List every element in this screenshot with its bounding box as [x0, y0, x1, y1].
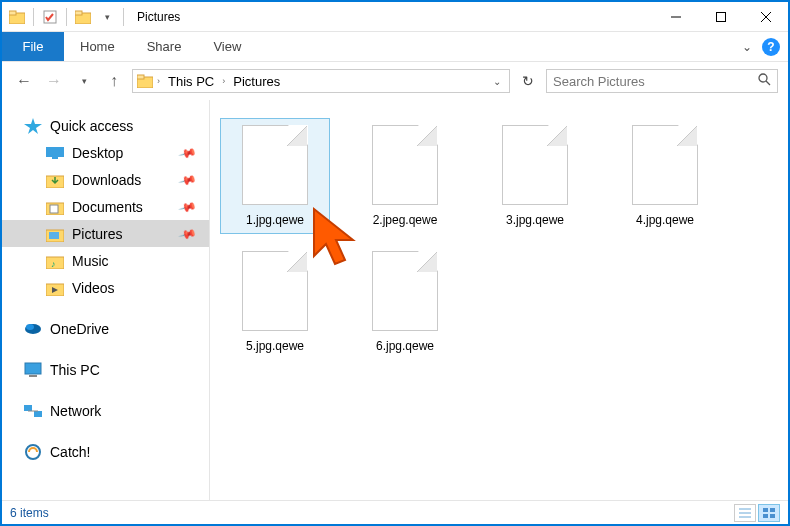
music-icon: ♪ [46, 253, 64, 269]
file-item[interactable]: 4.jpg.qewe [610, 118, 720, 234]
status-bar: 6 items [2, 500, 788, 524]
navbar: ← → ▾ ↑ › This PC › Pictures ⌄ ↻ Search … [2, 62, 788, 100]
pin-icon: 📌 [178, 170, 198, 190]
sidebar-item-label: Catch! [50, 444, 90, 460]
sidebar-item-videos[interactable]: Videos [2, 274, 209, 301]
svg-rect-18 [50, 205, 58, 213]
file-item[interactable]: 5.jpg.qewe [220, 244, 330, 360]
file-pane[interactable]: 1.jpg.qewe 2.jpeg.qewe 3.jpg.qewe 4.jpg.… [210, 100, 788, 502]
svg-point-26 [26, 324, 34, 330]
sidebar-item-label: Desktop [72, 145, 123, 161]
address-dropdown-icon[interactable]: ⌄ [489, 76, 505, 87]
file-item[interactable]: 2.jpeg.qewe [350, 118, 460, 234]
view-details-button[interactable] [734, 504, 756, 522]
file-item[interactable]: 6.jpg.qewe [350, 244, 460, 360]
svg-rect-28 [29, 375, 37, 377]
maximize-button[interactable] [698, 2, 743, 32]
breadcrumb-pictures[interactable]: Pictures [229, 74, 284, 89]
up-button[interactable]: ↑ [102, 69, 126, 93]
sidebar-item-label: Downloads [72, 172, 141, 188]
sidebar-item-label: Pictures [72, 226, 123, 242]
sidebar-item-label: Videos [72, 280, 115, 296]
svg-rect-1 [9, 11, 16, 15]
close-button[interactable] [743, 2, 788, 32]
file-item[interactable]: 1.jpg.qewe [220, 118, 330, 234]
file-name: 6.jpg.qewe [376, 339, 434, 353]
tab-share[interactable]: Share [131, 32, 198, 61]
quick-access-toolbar: ▾ [2, 6, 131, 28]
svg-rect-20 [49, 232, 59, 239]
sidebar-catch[interactable]: Catch! [2, 438, 209, 465]
tab-view[interactable]: View [197, 32, 257, 61]
file-item[interactable]: 3.jpg.qewe [480, 118, 590, 234]
svg-line-12 [766, 81, 770, 85]
sidebar-quick-access[interactable]: Quick access [2, 112, 209, 139]
svg-rect-14 [46, 147, 64, 157]
ribbon-collapse-icon[interactable]: ⌄ [742, 40, 752, 54]
desktop-icon [46, 145, 64, 161]
tab-home[interactable]: Home [64, 32, 131, 61]
search-input[interactable]: Search Pictures [546, 69, 778, 93]
search-placeholder: Search Pictures [553, 74, 645, 89]
sidebar: Quick access Desktop 📌 Downloads 📌 Docum… [2, 100, 210, 502]
svg-rect-36 [763, 508, 768, 512]
view-large-icons-button[interactable] [758, 504, 780, 522]
chevron-right-icon[interactable]: › [220, 76, 227, 86]
svg-rect-6 [716, 12, 725, 21]
status-count: 6 items [10, 506, 49, 520]
sidebar-item-label: Music [72, 253, 109, 269]
svg-rect-4 [75, 11, 82, 15]
properties-icon[interactable] [39, 6, 61, 28]
refresh-button[interactable]: ↻ [516, 69, 540, 93]
sidebar-item-music[interactable]: ♪ Music [2, 247, 209, 274]
svg-rect-30 [34, 411, 42, 417]
file-name: 4.jpg.qewe [636, 213, 694, 227]
sidebar-item-label: This PC [50, 362, 100, 378]
file-icon [242, 125, 308, 205]
file-icon [242, 251, 308, 331]
star-icon [24, 118, 42, 134]
window-controls [653, 2, 788, 32]
file-tab[interactable]: File [2, 32, 64, 61]
recent-dropdown-icon[interactable]: ▾ [72, 69, 96, 93]
address-bar[interactable]: › This PC › Pictures ⌄ [132, 69, 510, 93]
help-icon[interactable]: ? [762, 38, 780, 56]
sidebar-quick-access-label: Quick access [50, 118, 133, 134]
breadcrumb-thispc[interactable]: This PC [164, 74, 218, 89]
sidebar-network[interactable]: Network [2, 397, 209, 424]
svg-rect-10 [137, 75, 144, 79]
sidebar-item-downloads[interactable]: Downloads 📌 [2, 166, 209, 193]
pin-icon: 📌 [178, 143, 198, 163]
window-title: Pictures [131, 10, 180, 24]
sidebar-item-label: Network [50, 403, 101, 419]
pin-icon: 📌 [178, 197, 198, 217]
svg-point-11 [759, 74, 767, 82]
file-name: 1.jpg.qewe [246, 213, 304, 227]
search-icon[interactable] [758, 73, 771, 89]
chevron-right-icon[interactable]: › [155, 76, 162, 86]
sidebar-onedrive[interactable]: OneDrive [2, 315, 209, 342]
pin-icon: 📌 [178, 224, 198, 244]
sidebar-item-documents[interactable]: Documents 📌 [2, 193, 209, 220]
svg-marker-13 [24, 118, 42, 134]
ribbon: File Home Share View ⌄ ? [2, 32, 788, 62]
folder-icon [6, 6, 28, 28]
file-icon [632, 125, 698, 205]
file-name: 5.jpg.qewe [246, 339, 304, 353]
svg-rect-39 [770, 514, 775, 518]
catch-icon [24, 444, 42, 460]
svg-rect-38 [763, 514, 768, 518]
minimize-button[interactable] [653, 2, 698, 32]
qat-dropdown-icon[interactable]: ▾ [96, 6, 118, 28]
file-name: 2.jpeg.qewe [373, 213, 438, 227]
back-button[interactable]: ← [12, 69, 36, 93]
sidebar-thispc[interactable]: This PC [2, 356, 209, 383]
folder-small-icon[interactable] [72, 6, 94, 28]
main-area: Quick access Desktop 📌 Downloads 📌 Docum… [2, 100, 788, 502]
file-name: 3.jpg.qewe [506, 213, 564, 227]
forward-button[interactable]: → [42, 69, 66, 93]
svg-rect-15 [52, 157, 58, 159]
sidebar-item-desktop[interactable]: Desktop 📌 [2, 139, 209, 166]
videos-icon [46, 280, 64, 296]
sidebar-item-pictures[interactable]: Pictures 📌 [2, 220, 209, 247]
